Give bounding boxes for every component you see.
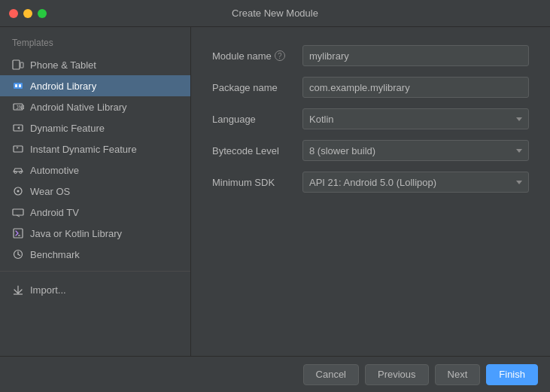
- sidebar-item-java-kotlin[interactable]: Java or Kotlin Library: [0, 223, 190, 244]
- svg-point-12: [17, 190, 20, 193]
- import-label: Import...: [30, 284, 66, 296]
- module-name-label: Module name ?: [212, 50, 302, 62]
- sidebar: Templates Phone & Tablet Android Library: [0, 27, 191, 356]
- title-bar: Create New Module: [0, 0, 550, 27]
- package-name-label: Package name: [212, 82, 302, 93]
- window-title: Create New Module: [232, 8, 318, 19]
- minimum-sdk-select[interactable]: API 21: Android 5.0 (Lollipop) API 23: A…: [302, 172, 529, 193]
- minimize-button[interactable]: [23, 9, 32, 18]
- finish-button[interactable]: Finish: [486, 364, 538, 385]
- android-native-icon: JNI: [12, 101, 24, 113]
- sidebar-item-label: Dynamic Feature: [30, 123, 105, 134]
- svg-text:JNI: JNI: [16, 105, 24, 111]
- sidebar-item-label: Benchmark: [30, 249, 80, 260]
- form-row-language: Language Kotlin Java: [212, 108, 529, 129]
- cancel-button[interactable]: Cancel: [303, 364, 359, 385]
- sidebar-item-label: Android Native Library: [30, 102, 127, 113]
- svg-point-10: [20, 172, 22, 174]
- sidebar-item-phone-tablet[interactable]: Phone & Tablet: [0, 54, 190, 75]
- next-button[interactable]: Next: [435, 364, 481, 385]
- svg-rect-2: [14, 83, 23, 89]
- wear-os-icon: [12, 185, 24, 197]
- sidebar-item-benchmark[interactable]: Benchmark: [0, 244, 190, 265]
- module-name-help-icon[interactable]: ?: [275, 50, 285, 61]
- sidebar-item-label: Instant Dynamic Feature: [30, 144, 137, 155]
- sidebar-divider: [0, 271, 190, 272]
- form-row-bytecode-level: Bytecode Level 8 (slower build) 7 6: [212, 140, 529, 161]
- sidebar-item-label: Android Library: [30, 81, 96, 92]
- svg-rect-13: [13, 209, 23, 215]
- svg-rect-0: [13, 60, 20, 69]
- language-label: Language: [212, 114, 302, 125]
- sidebar-item-label: Wear OS: [30, 186, 70, 197]
- java-kotlin-icon: [12, 227, 24, 239]
- phone-tablet-icon: [12, 59, 24, 71]
- sidebar-item-label: Phone & Tablet: [30, 59, 96, 71]
- form-row-package-name: Package name: [212, 77, 529, 98]
- android-tv-icon: [12, 206, 24, 218]
- instant-dynamic-icon: [12, 143, 24, 155]
- close-button[interactable]: [9, 9, 18, 18]
- main-layout: Templates Phone & Tablet Android Library: [0, 27, 550, 356]
- maximize-button[interactable]: [38, 9, 47, 18]
- sidebar-item-instant-dynamic[interactable]: Instant Dynamic Feature: [0, 138, 190, 160]
- package-name-input[interactable]: [302, 77, 529, 98]
- form-row-minimum-sdk: Minimum SDK API 21: Android 5.0 (Lollipo…: [212, 172, 529, 193]
- svg-rect-1: [20, 62, 23, 68]
- sidebar-item-android-tv[interactable]: Android TV: [0, 202, 190, 223]
- sidebar-item-label: Android TV: [30, 207, 79, 218]
- sidebar-item-label: Automotive: [30, 165, 79, 176]
- sidebar-item-dynamic-feature[interactable]: Dynamic Feature: [0, 117, 190, 138]
- import-icon: [12, 284, 24, 296]
- sidebar-item-android-native[interactable]: JNI Android Native Library: [0, 96, 190, 117]
- svg-point-9: [14, 172, 17, 174]
- form-row-module-name: Module name ?: [212, 45, 529, 66]
- sidebar-import[interactable]: Import...: [0, 278, 190, 302]
- automotive-icon: [12, 164, 24, 176]
- minimum-sdk-label: Minimum SDK: [212, 177, 302, 188]
- previous-button[interactable]: Previous: [365, 364, 429, 385]
- content-area: Module name ? Package name Language Kotl…: [191, 27, 550, 356]
- bytecode-level-label: Bytecode Level: [212, 145, 302, 156]
- dynamic-feature-icon: [12, 122, 24, 134]
- window-controls: [9, 9, 47, 18]
- sidebar-item-android-library[interactable]: Android Library: [0, 75, 190, 96]
- language-select[interactable]: Kotlin Java: [302, 108, 529, 129]
- sidebar-label: Templates: [0, 33, 190, 54]
- benchmark-icon: [12, 248, 24, 260]
- sidebar-item-label: Java or Kotlin Library: [30, 228, 122, 239]
- android-library-icon: [12, 80, 24, 92]
- footer: Cancel Previous Next Finish: [0, 356, 550, 392]
- svg-rect-4: [19, 84, 21, 87]
- bytecode-level-select[interactable]: 8 (slower build) 7 6: [302, 140, 529, 161]
- svg-rect-3: [15, 84, 17, 87]
- sidebar-item-automotive[interactable]: Automotive: [0, 160, 190, 181]
- svg-rect-8: [14, 146, 23, 152]
- sidebar-item-wear-os[interactable]: Wear OS: [0, 181, 190, 202]
- module-name-input[interactable]: [302, 45, 529, 66]
